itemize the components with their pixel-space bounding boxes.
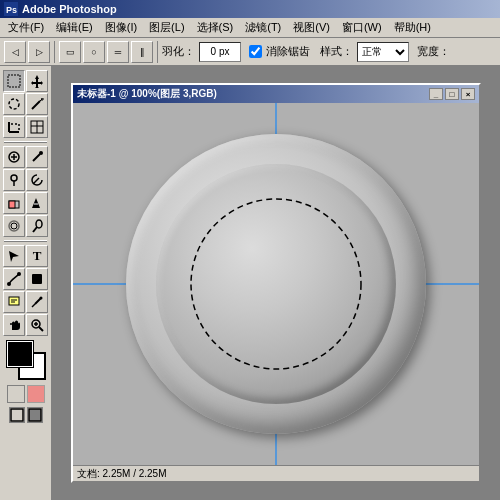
width-label: 宽度： bbox=[417, 44, 450, 59]
svg-rect-46 bbox=[11, 409, 23, 421]
app-icon: Ps bbox=[4, 2, 18, 16]
antialiased-checkbox[interactable] bbox=[249, 45, 262, 58]
tool-magic-wand[interactable] bbox=[26, 93, 48, 115]
view-mode-area bbox=[9, 407, 43, 423]
forward-button[interactable]: ▷ bbox=[28, 41, 50, 63]
svg-line-23 bbox=[33, 178, 39, 184]
svg-point-32 bbox=[17, 272, 21, 276]
color-area bbox=[2, 341, 49, 423]
svg-point-21 bbox=[11, 175, 17, 181]
maximize-button[interactable]: □ bbox=[445, 88, 459, 100]
ellipse-select-button[interactable]: ○ bbox=[83, 41, 105, 63]
plate-image: @keyframes dash { to { stroke-dashoffset… bbox=[126, 134, 426, 434]
svg-line-19 bbox=[33, 154, 40, 161]
document-title: 未标器-1 @ 100%(图层 3,RGB) bbox=[77, 87, 217, 101]
tool-text[interactable]: T bbox=[26, 245, 48, 267]
col-select-button[interactable]: ‖ bbox=[131, 41, 153, 63]
standard-mode-btn[interactable] bbox=[7, 385, 25, 403]
menu-image[interactable]: 图像(I) bbox=[99, 18, 143, 37]
svg-point-20 bbox=[39, 151, 43, 155]
app-title: Adobe Photoshop bbox=[22, 3, 117, 15]
antialiased-label: 消除锯齿 bbox=[266, 44, 310, 59]
foreground-color-box[interactable] bbox=[7, 341, 33, 367]
menu-select[interactable]: 选择(S) bbox=[191, 18, 240, 37]
document-controls: _ □ × bbox=[429, 88, 475, 100]
tool-dodge[interactable] bbox=[26, 215, 48, 237]
app-title-bar: Ps Adobe Photoshop bbox=[0, 0, 500, 18]
tool-shape[interactable] bbox=[26, 268, 48, 290]
svg-point-40 bbox=[40, 297, 43, 300]
style-label: 样式： bbox=[320, 44, 353, 59]
document-canvas[interactable]: @keyframes dash { to { stroke-dashoffset… bbox=[73, 103, 479, 465]
menu-file[interactable]: 文件(F) bbox=[2, 18, 50, 37]
tool-zoom[interactable] bbox=[26, 314, 48, 336]
nav-buttons: ◁ ▷ bbox=[4, 41, 55, 63]
tool-hand[interactable] bbox=[3, 314, 25, 336]
svg-line-5 bbox=[32, 101, 40, 109]
main-area: T bbox=[0, 66, 500, 500]
style-select[interactable]: 正常 bbox=[357, 42, 409, 62]
plate-inner-rim bbox=[156, 164, 396, 404]
svg-text:Ps: Ps bbox=[6, 5, 17, 15]
document-title-bar: 未标器-1 @ 100%(图层 3,RGB) _ □ × bbox=[73, 85, 479, 103]
tool-pen[interactable] bbox=[3, 268, 25, 290]
tool-marquee[interactable] bbox=[3, 70, 25, 92]
svg-marker-31 bbox=[9, 251, 19, 262]
menu-help[interactable]: 帮助(H) bbox=[388, 18, 437, 37]
svg-marker-3 bbox=[31, 75, 43, 88]
menu-filter[interactable]: 滤镜(T) bbox=[239, 18, 287, 37]
row-select-button[interactable]: ═ bbox=[107, 41, 129, 63]
svg-point-28 bbox=[11, 223, 17, 229]
color-boxes[interactable] bbox=[7, 341, 45, 379]
tool-brush[interactable] bbox=[26, 146, 48, 168]
svg-rect-34 bbox=[32, 274, 42, 284]
standard-screen-btn[interactable] bbox=[9, 407, 25, 423]
svg-rect-47 bbox=[29, 409, 41, 421]
quick-mask-btn[interactable] bbox=[27, 385, 45, 403]
minimize-button[interactable]: _ bbox=[429, 88, 443, 100]
document-window: 未标器-1 @ 100%(图层 3,RGB) _ □ × bbox=[71, 83, 481, 483]
tool-eraser[interactable] bbox=[3, 192, 25, 214]
tool-move[interactable] bbox=[26, 70, 48, 92]
menu-view[interactable]: 视图(V) bbox=[287, 18, 336, 37]
menu-window[interactable]: 窗口(W) bbox=[336, 18, 388, 37]
svg-rect-35 bbox=[9, 297, 19, 305]
tool-history-brush[interactable] bbox=[26, 169, 48, 191]
tool-notes[interactable] bbox=[3, 291, 25, 313]
svg-rect-2 bbox=[8, 75, 20, 87]
svg-line-43 bbox=[39, 327, 43, 331]
svg-point-33 bbox=[7, 282, 11, 286]
svg-line-39 bbox=[32, 304, 35, 307]
tool-heal[interactable] bbox=[3, 146, 25, 168]
tool-clone[interactable] bbox=[3, 169, 25, 191]
close-button[interactable]: × bbox=[461, 88, 475, 100]
options-toolbar: ◁ ▷ ▭ ○ ═ ‖ 羽化： 消除锯齿 样式： 正常 宽度： bbox=[0, 38, 500, 66]
status-bar: 文档: 2.25M / 2.25M bbox=[73, 465, 479, 481]
toolbox: T bbox=[0, 66, 52, 500]
selection-shape-buttons: ▭ ○ ═ ‖ bbox=[59, 41, 158, 63]
tool-lasso[interactable] bbox=[3, 93, 25, 115]
tool-crop[interactable] bbox=[3, 116, 25, 138]
tool-eyedropper[interactable] bbox=[26, 291, 48, 313]
feather-label: 羽化： bbox=[162, 44, 195, 59]
tool-path-select[interactable] bbox=[3, 245, 25, 267]
svg-point-29 bbox=[36, 220, 42, 228]
canvas-area: 未标器-1 @ 100%(图层 3,RGB) _ □ × bbox=[52, 66, 500, 500]
svg-line-30 bbox=[33, 227, 37, 232]
quick-mask-area bbox=[7, 385, 45, 403]
fullscreen-btn[interactable] bbox=[27, 407, 43, 423]
svg-point-4 bbox=[9, 99, 19, 109]
tool-fill[interactable] bbox=[26, 192, 48, 214]
menu-layer[interactable]: 图层(L) bbox=[143, 18, 190, 37]
menu-bar: 文件(F) 编辑(E) 图像(I) 图层(L) 选择(S) 滤镜(T) 视图(V… bbox=[0, 18, 500, 38]
rect-select-button[interactable]: ▭ bbox=[59, 41, 81, 63]
svg-rect-25 bbox=[9, 201, 15, 208]
tool-slice[interactable] bbox=[26, 116, 48, 138]
menu-edit[interactable]: 编辑(E) bbox=[50, 18, 99, 37]
tool-blur[interactable] bbox=[3, 215, 25, 237]
document-info: 文档: 2.25M / 2.25M bbox=[77, 467, 166, 481]
feather-input[interactable] bbox=[199, 42, 241, 62]
back-button[interactable]: ◁ bbox=[4, 41, 26, 63]
